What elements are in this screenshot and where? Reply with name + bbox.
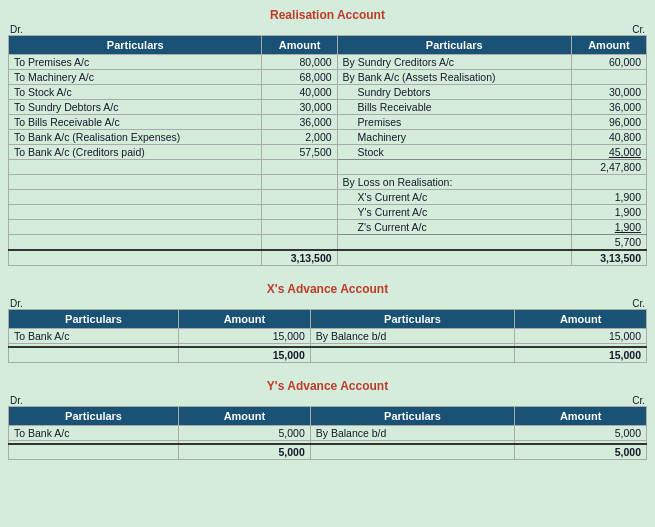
- x-advance-title: X's Advance Account: [8, 282, 647, 296]
- table-row: To Bank A/c 5,000 By Balance b/d 5,000: [9, 426, 647, 441]
- total-label-left: [9, 444, 179, 460]
- right-sub-amount: 1,900: [571, 220, 646, 235]
- right-particular: [337, 160, 571, 175]
- left-particular: To Bank A/c: [9, 426, 179, 441]
- right-sub-amount: 36,000: [571, 100, 646, 115]
- table-row: To Bills Receivable A/c 36,000 Premises …: [9, 115, 647, 130]
- total-label-left: [9, 347, 179, 363]
- table-row: To Stock A/c 40,000 Sundry Debtors 30,00…: [9, 85, 647, 100]
- total-label-left: [9, 250, 262, 266]
- right-sub-amount: 45,000: [571, 145, 646, 160]
- x-advance-table: Particulars Amount Particulars Amount To…: [8, 309, 647, 363]
- right-particular: Machinery: [337, 130, 571, 145]
- left-amount: 36,000: [262, 115, 337, 130]
- y-advance-cr: Cr.: [632, 395, 645, 406]
- x-th-amount-right: Amount: [515, 310, 647, 329]
- table-row: 5,700: [9, 235, 647, 251]
- y-advance-table: Particulars Amount Particulars Amount To…: [8, 406, 647, 460]
- left-amount: 15,000: [179, 329, 311, 344]
- table-row: To Bank A/c (Creditors paid) 57,500 Stoc…: [9, 145, 647, 160]
- left-amount: [262, 220, 337, 235]
- right-amount: [571, 70, 646, 85]
- right-particular: Bills Receivable: [337, 100, 571, 115]
- realisation-table: Particulars Amount Particulars Amount To…: [8, 35, 647, 266]
- left-particular: To Machinery A/c: [9, 70, 262, 85]
- realisation-cr: Cr.: [632, 24, 645, 35]
- table-row: To Premises A/c 80,000 By Sundry Credito…: [9, 55, 647, 70]
- right-particular: By Balance b/d: [310, 426, 515, 441]
- y-advance-total-row: 5,000 5,000: [9, 444, 647, 460]
- realisation-th-particulars-right: Particulars: [337, 36, 571, 55]
- x-advance-total-row: 15,000 15,000: [9, 347, 647, 363]
- right-particular: Sundry Debtors: [337, 85, 571, 100]
- total-amount-left: 15,000: [179, 347, 311, 363]
- table-row: Z's Current A/c 1,900: [9, 220, 647, 235]
- x-advance-cr: Cr.: [632, 298, 645, 309]
- total-label-right: [337, 250, 571, 266]
- x-advance-account-section: X's Advance Account Dr. Cr. Particulars …: [8, 282, 647, 363]
- left-particular: [9, 205, 262, 220]
- left-particular: [9, 235, 262, 251]
- x-advance-dr: Dr.: [10, 298, 23, 309]
- realisation-total-row: 3,13,500 3,13,500: [9, 250, 647, 266]
- y-th-amount-right: Amount: [515, 407, 647, 426]
- left-particular: [9, 175, 262, 190]
- left-amount: 2,000: [262, 130, 337, 145]
- y-th-particulars-right: Particulars: [310, 407, 515, 426]
- y-advance-title: Y's Advance Account: [8, 379, 647, 393]
- left-amount: [262, 205, 337, 220]
- realisation-th-amount-right: Amount: [571, 36, 646, 55]
- total-label-right: [310, 444, 515, 460]
- table-row: 2,47,800: [9, 160, 647, 175]
- right-amount: 15,000: [515, 329, 647, 344]
- right-particular: Premises: [337, 115, 571, 130]
- left-particular: To Bank A/c: [9, 329, 179, 344]
- left-particular: To Bank A/c (Creditors paid): [9, 145, 262, 160]
- left-particular: To Sundry Debtors A/c: [9, 100, 262, 115]
- realisation-th-particulars-left: Particulars: [9, 36, 262, 55]
- table-row: Y's Current A/c 1,900: [9, 205, 647, 220]
- realisation-account-section: Realisation Account Dr. Cr. Particulars …: [8, 8, 647, 266]
- total-amount-left: 3,13,500: [262, 250, 337, 266]
- right-particular: Z's Current A/c: [337, 220, 571, 235]
- right-sub-amount: 1,900: [571, 190, 646, 205]
- table-row: X's Current A/c 1,900: [9, 190, 647, 205]
- realisation-title: Realisation Account: [8, 8, 647, 22]
- total-amount-left: 5,000: [179, 444, 311, 460]
- realisation-dr: Dr.: [10, 24, 23, 35]
- right-amount: 60,000: [571, 55, 646, 70]
- right-sub-amount: 40,800: [571, 130, 646, 145]
- right-particular: Y's Current A/c: [337, 205, 571, 220]
- left-amount: 80,000: [262, 55, 337, 70]
- right-particular: By Sundry Creditors A/c: [337, 55, 571, 70]
- left-amount: [262, 190, 337, 205]
- x-advance-dr-cr: Dr. Cr.: [8, 298, 647, 309]
- left-particular: [9, 190, 262, 205]
- left-amount: 68,000: [262, 70, 337, 85]
- total-label-right: [310, 347, 515, 363]
- right-particular: By Loss on Realisation:: [337, 175, 571, 190]
- right-sub-amount: 30,000: [571, 85, 646, 100]
- right-particular: By Balance b/d: [310, 329, 515, 344]
- left-amount: [262, 235, 337, 251]
- total-amount-right: 3,13,500: [571, 250, 646, 266]
- table-row: To Sundry Debtors A/c 30,000 Bills Recei…: [9, 100, 647, 115]
- x-th-particulars-right: Particulars: [310, 310, 515, 329]
- left-particular: [9, 220, 262, 235]
- total-amount-right: 5,000: [515, 444, 647, 460]
- table-row: To Machinery A/c 68,000 By Bank A/c (Ass…: [9, 70, 647, 85]
- table-row: To Bank A/c 15,000 By Balance b/d 15,000: [9, 329, 647, 344]
- left-particular: To Bank A/c (Realisation Expenses): [9, 130, 262, 145]
- table-row: By Loss on Realisation:: [9, 175, 647, 190]
- y-advance-dr-cr: Dr. Cr.: [8, 395, 647, 406]
- right-amount: 5,000: [515, 426, 647, 441]
- right-sub-amount: 1,900: [571, 205, 646, 220]
- left-amount: 5,000: [179, 426, 311, 441]
- right-amount: [571, 175, 646, 190]
- right-sub-amount: 96,000: [571, 115, 646, 130]
- right-amount: 2,47,800: [571, 160, 646, 175]
- left-amount: [262, 175, 337, 190]
- left-amount: 40,000: [262, 85, 337, 100]
- realisation-th-amount-left: Amount: [262, 36, 337, 55]
- y-th-particulars-left: Particulars: [9, 407, 179, 426]
